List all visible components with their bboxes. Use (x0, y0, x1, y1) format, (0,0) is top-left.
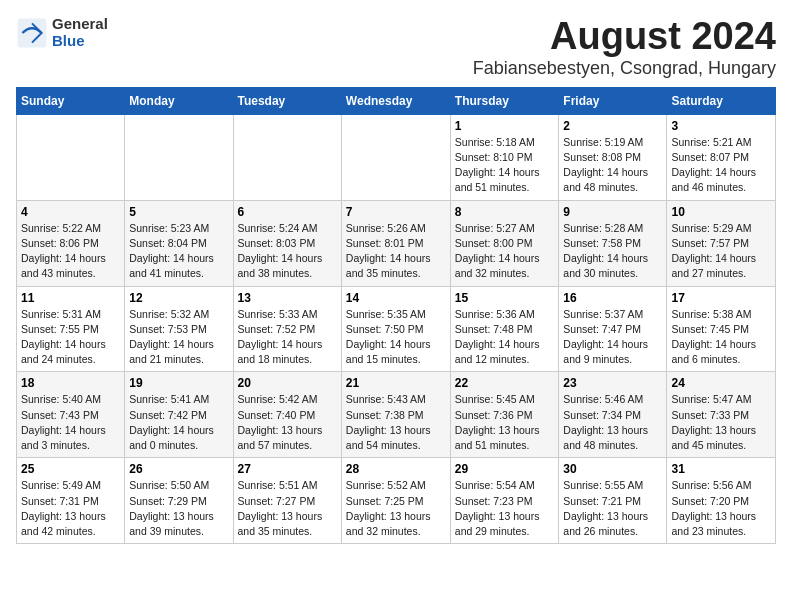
calendar-cell: 31Sunrise: 5:56 AM Sunset: 7:20 PM Dayli… (667, 458, 776, 544)
day-number: 21 (346, 376, 446, 390)
calendar-week-row: 11Sunrise: 5:31 AM Sunset: 7:55 PM Dayli… (17, 286, 776, 372)
page-header: General Blue August 2024 Fabiansebestyen… (16, 16, 776, 79)
calendar-week-row: 25Sunrise: 5:49 AM Sunset: 7:31 PM Dayli… (17, 458, 776, 544)
day-info: Sunrise: 5:46 AM Sunset: 7:34 PM Dayligh… (563, 392, 662, 453)
calendar-cell (17, 114, 125, 200)
calendar-cell: 16Sunrise: 5:37 AM Sunset: 7:47 PM Dayli… (559, 286, 667, 372)
day-info: Sunrise: 5:54 AM Sunset: 7:23 PM Dayligh… (455, 478, 555, 539)
weekday-header: Tuesday (233, 87, 341, 114)
day-info: Sunrise: 5:19 AM Sunset: 8:08 PM Dayligh… (563, 135, 662, 196)
calendar-cell: 7Sunrise: 5:26 AM Sunset: 8:01 PM Daylig… (341, 200, 450, 286)
calendar-cell (125, 114, 233, 200)
weekday-header: Sunday (17, 87, 125, 114)
calendar-week-row: 1Sunrise: 5:18 AM Sunset: 8:10 PM Daylig… (17, 114, 776, 200)
day-number: 14 (346, 291, 446, 305)
day-number: 9 (563, 205, 662, 219)
calendar-cell: 21Sunrise: 5:43 AM Sunset: 7:38 PM Dayli… (341, 372, 450, 458)
day-number: 15 (455, 291, 555, 305)
day-number: 22 (455, 376, 555, 390)
calendar-cell: 14Sunrise: 5:35 AM Sunset: 7:50 PM Dayli… (341, 286, 450, 372)
day-info: Sunrise: 5:49 AM Sunset: 7:31 PM Dayligh… (21, 478, 120, 539)
calendar-cell: 4Sunrise: 5:22 AM Sunset: 8:06 PM Daylig… (17, 200, 125, 286)
logo-text: General Blue (52, 16, 108, 49)
calendar-cell: 22Sunrise: 5:45 AM Sunset: 7:36 PM Dayli… (450, 372, 559, 458)
day-info: Sunrise: 5:35 AM Sunset: 7:50 PM Dayligh… (346, 307, 446, 368)
calendar-cell: 8Sunrise: 5:27 AM Sunset: 8:00 PM Daylig… (450, 200, 559, 286)
weekday-header-row: SundayMondayTuesdayWednesdayThursdayFrid… (17, 87, 776, 114)
calendar-cell: 27Sunrise: 5:51 AM Sunset: 7:27 PM Dayli… (233, 458, 341, 544)
day-info: Sunrise: 5:51 AM Sunset: 7:27 PM Dayligh… (238, 478, 337, 539)
weekday-header: Wednesday (341, 87, 450, 114)
day-number: 16 (563, 291, 662, 305)
day-number: 13 (238, 291, 337, 305)
day-info: Sunrise: 5:38 AM Sunset: 7:45 PM Dayligh… (671, 307, 771, 368)
day-info: Sunrise: 5:36 AM Sunset: 7:48 PM Dayligh… (455, 307, 555, 368)
day-info: Sunrise: 5:52 AM Sunset: 7:25 PM Dayligh… (346, 478, 446, 539)
day-number: 4 (21, 205, 120, 219)
calendar-week-row: 18Sunrise: 5:40 AM Sunset: 7:43 PM Dayli… (17, 372, 776, 458)
calendar-cell: 25Sunrise: 5:49 AM Sunset: 7:31 PM Dayli… (17, 458, 125, 544)
day-info: Sunrise: 5:22 AM Sunset: 8:06 PM Dayligh… (21, 221, 120, 282)
day-info: Sunrise: 5:28 AM Sunset: 7:58 PM Dayligh… (563, 221, 662, 282)
calendar-cell: 12Sunrise: 5:32 AM Sunset: 7:53 PM Dayli… (125, 286, 233, 372)
title-section: August 2024 Fabiansebestyen, Csongrad, H… (473, 16, 776, 79)
day-info: Sunrise: 5:45 AM Sunset: 7:36 PM Dayligh… (455, 392, 555, 453)
day-number: 28 (346, 462, 446, 476)
day-info: Sunrise: 5:21 AM Sunset: 8:07 PM Dayligh… (671, 135, 771, 196)
day-number: 25 (21, 462, 120, 476)
day-info: Sunrise: 5:33 AM Sunset: 7:52 PM Dayligh… (238, 307, 337, 368)
day-number: 30 (563, 462, 662, 476)
day-number: 19 (129, 376, 228, 390)
day-info: Sunrise: 5:29 AM Sunset: 7:57 PM Dayligh… (671, 221, 771, 282)
logo-blue: Blue (52, 33, 108, 50)
day-info: Sunrise: 5:37 AM Sunset: 7:47 PM Dayligh… (563, 307, 662, 368)
day-number: 17 (671, 291, 771, 305)
day-number: 20 (238, 376, 337, 390)
calendar-cell: 10Sunrise: 5:29 AM Sunset: 7:57 PM Dayli… (667, 200, 776, 286)
day-info: Sunrise: 5:26 AM Sunset: 8:01 PM Dayligh… (346, 221, 446, 282)
month-title: August 2024 (473, 16, 776, 58)
calendar-week-row: 4Sunrise: 5:22 AM Sunset: 8:06 PM Daylig… (17, 200, 776, 286)
calendar-cell: 2Sunrise: 5:19 AM Sunset: 8:08 PM Daylig… (559, 114, 667, 200)
calendar-cell: 9Sunrise: 5:28 AM Sunset: 7:58 PM Daylig… (559, 200, 667, 286)
day-info: Sunrise: 5:40 AM Sunset: 7:43 PM Dayligh… (21, 392, 120, 453)
calendar-cell: 29Sunrise: 5:54 AM Sunset: 7:23 PM Dayli… (450, 458, 559, 544)
day-info: Sunrise: 5:32 AM Sunset: 7:53 PM Dayligh… (129, 307, 228, 368)
calendar-cell: 20Sunrise: 5:42 AM Sunset: 7:40 PM Dayli… (233, 372, 341, 458)
day-info: Sunrise: 5:27 AM Sunset: 8:00 PM Dayligh… (455, 221, 555, 282)
calendar-cell (341, 114, 450, 200)
calendar-cell: 23Sunrise: 5:46 AM Sunset: 7:34 PM Dayli… (559, 372, 667, 458)
day-info: Sunrise: 5:47 AM Sunset: 7:33 PM Dayligh… (671, 392, 771, 453)
location-title: Fabiansebestyen, Csongrad, Hungary (473, 58, 776, 79)
calendar-cell: 15Sunrise: 5:36 AM Sunset: 7:48 PM Dayli… (450, 286, 559, 372)
calendar-cell: 28Sunrise: 5:52 AM Sunset: 7:25 PM Dayli… (341, 458, 450, 544)
weekday-header: Saturday (667, 87, 776, 114)
calendar-cell: 17Sunrise: 5:38 AM Sunset: 7:45 PM Dayli… (667, 286, 776, 372)
day-number: 11 (21, 291, 120, 305)
day-number: 6 (238, 205, 337, 219)
day-number: 29 (455, 462, 555, 476)
day-number: 8 (455, 205, 555, 219)
logo-general: General (52, 16, 108, 33)
day-number: 31 (671, 462, 771, 476)
calendar-cell: 26Sunrise: 5:50 AM Sunset: 7:29 PM Dayli… (125, 458, 233, 544)
weekday-header: Thursday (450, 87, 559, 114)
day-info: Sunrise: 5:50 AM Sunset: 7:29 PM Dayligh… (129, 478, 228, 539)
day-info: Sunrise: 5:31 AM Sunset: 7:55 PM Dayligh… (21, 307, 120, 368)
day-info: Sunrise: 5:41 AM Sunset: 7:42 PM Dayligh… (129, 392, 228, 453)
day-info: Sunrise: 5:43 AM Sunset: 7:38 PM Dayligh… (346, 392, 446, 453)
day-number: 26 (129, 462, 228, 476)
day-info: Sunrise: 5:55 AM Sunset: 7:21 PM Dayligh… (563, 478, 662, 539)
calendar-table: SundayMondayTuesdayWednesdayThursdayFrid… (16, 87, 776, 544)
calendar-cell: 18Sunrise: 5:40 AM Sunset: 7:43 PM Dayli… (17, 372, 125, 458)
calendar-cell (233, 114, 341, 200)
day-number: 23 (563, 376, 662, 390)
weekday-header: Monday (125, 87, 233, 114)
day-number: 2 (563, 119, 662, 133)
day-number: 3 (671, 119, 771, 133)
day-info: Sunrise: 5:23 AM Sunset: 8:04 PM Dayligh… (129, 221, 228, 282)
logo: General Blue (16, 16, 108, 49)
day-number: 7 (346, 205, 446, 219)
day-info: Sunrise: 5:56 AM Sunset: 7:20 PM Dayligh… (671, 478, 771, 539)
calendar-cell: 1Sunrise: 5:18 AM Sunset: 8:10 PM Daylig… (450, 114, 559, 200)
